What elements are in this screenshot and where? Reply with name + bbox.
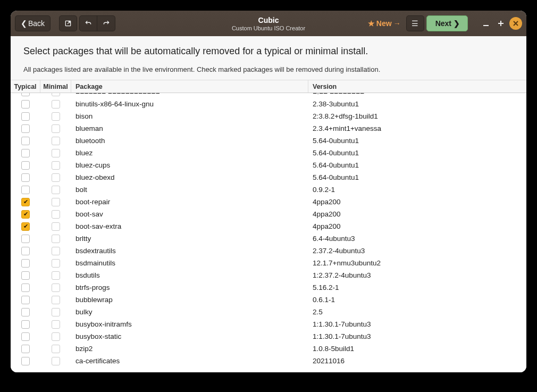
typical-checkbox[interactable] <box>21 210 30 219</box>
typical-checkbox[interactable] <box>21 247 30 255</box>
package-name: ca-certificates <box>71 357 308 365</box>
package-version: 0.9.2-1 <box>308 186 526 194</box>
column-header-typical[interactable]: Typical <box>11 80 40 93</box>
undo-button[interactable] <box>79 15 97 31</box>
minimal-checkbox[interactable] <box>52 283 60 292</box>
package-version: 5.16.2-1 <box>308 283 526 291</box>
typical-checkbox[interactable] <box>21 332 30 341</box>
new-indicator: ★ New → <box>368 19 401 28</box>
package-name: bluetooth <box>71 137 308 145</box>
table-body[interactable]: ■■■■■■■ ■■■■■■■■■■■■ ■.■■ ■■■■■■■■ binut… <box>11 93 526 372</box>
minimal-checkbox[interactable] <box>52 296 60 304</box>
minimal-checkbox[interactable] <box>52 345 60 353</box>
package-name: btrfs-progs <box>71 283 308 291</box>
typical-checkbox[interactable] <box>21 137 30 145</box>
package-version: 4ppa200 <box>308 198 526 206</box>
table-row: bzip21.0.8-5build1 <box>11 343 526 355</box>
next-label: Next <box>435 19 451 28</box>
minimize-button[interactable] <box>480 17 492 30</box>
table-row: bolt0.9.2-1 <box>11 184 526 196</box>
table-row: bison2:3.8.2+dfsg-1build1 <box>11 110 526 122</box>
minimal-checkbox[interactable] <box>52 235 60 243</box>
table-row: bluez5.64-0ubuntu1 <box>11 147 526 159</box>
maximize-button[interactable] <box>494 17 507 30</box>
chevron-right-icon: ❯ <box>454 19 460 28</box>
minimal-checkbox[interactable] <box>52 149 60 157</box>
typical-checkbox[interactable] <box>21 357 30 365</box>
typical-checkbox[interactable] <box>21 93 30 96</box>
minimal-checkbox[interactable] <box>52 271 60 280</box>
minimal-checkbox[interactable] <box>52 112 60 121</box>
minimal-checkbox[interactable] <box>52 186 60 194</box>
star-icon: ★ <box>368 19 375 28</box>
typical-checkbox[interactable] <box>21 112 30 121</box>
table-row: busybox-initramfs1:1.30.1-7ubuntu3 <box>11 318 526 330</box>
minimal-checkbox[interactable] <box>52 247 60 255</box>
new-label: New <box>376 19 392 28</box>
typical-checkbox[interactable] <box>21 149 30 157</box>
typical-checkbox[interactable] <box>21 345 30 353</box>
package-name: brltty <box>71 235 308 243</box>
typical-checkbox[interactable] <box>21 308 30 316</box>
menu-button[interactable]: ☰ <box>406 15 424 31</box>
table-header: Typical Minimal Package Version <box>11 80 526 93</box>
arrow-right-icon: → <box>393 19 401 28</box>
typical-checkbox[interactable] <box>21 100 30 109</box>
column-header-version[interactable]: Version <box>308 80 526 93</box>
page-title: Select packages that will be automatical… <box>23 46 514 57</box>
minimal-checkbox[interactable] <box>52 308 60 316</box>
minimal-checkbox[interactable] <box>52 100 60 109</box>
typical-checkbox[interactable] <box>21 296 30 304</box>
typical-checkbox[interactable] <box>21 271 30 280</box>
minimal-checkbox[interactable] <box>52 93 60 96</box>
package-name: bolt <box>71 186 308 194</box>
table-row: boot-sav4ppa200 <box>11 208 526 220</box>
minimal-checkbox[interactable] <box>52 161 60 170</box>
typical-checkbox[interactable] <box>21 283 30 292</box>
typical-checkbox[interactable] <box>21 259 30 268</box>
package-version: 1:1.30.1-7ubuntu3 <box>308 332 526 340</box>
package-version: 4ppa200 <box>308 210 526 218</box>
minimal-checkbox[interactable] <box>52 259 60 268</box>
minimal-checkbox[interactable] <box>52 357 60 365</box>
typical-checkbox[interactable] <box>21 186 30 194</box>
typical-checkbox[interactable] <box>21 124 30 133</box>
open-in-new-button[interactable] <box>59 15 77 31</box>
svg-rect-3 <box>498 23 504 24</box>
hamburger-icon: ☰ <box>412 19 418 28</box>
package-version: 1.0.8-5build1 <box>308 345 526 353</box>
page-header: Select packages that will be automatical… <box>11 36 526 80</box>
next-button[interactable]: Next ❯ <box>426 15 468 31</box>
back-button[interactable]: ❮ Back <box>15 15 51 31</box>
typical-checkbox[interactable] <box>21 320 30 329</box>
minimal-checkbox[interactable] <box>52 222 60 231</box>
minimal-checkbox[interactable] <box>52 137 60 145</box>
minimal-checkbox[interactable] <box>52 198 60 206</box>
minimal-checkbox[interactable] <box>52 320 60 329</box>
typical-checkbox[interactable] <box>21 161 30 170</box>
minimal-checkbox[interactable] <box>52 210 60 219</box>
package-version: 5.64-0ubuntu1 <box>308 137 526 145</box>
minimal-checkbox[interactable] <box>52 124 60 133</box>
package-version: 2.38-3ubuntu1 <box>308 100 526 108</box>
redo-button[interactable] <box>97 15 115 31</box>
close-button[interactable] <box>509 17 522 30</box>
package-name: bluez-cups <box>71 161 308 169</box>
package-name: blueman <box>71 124 308 132</box>
column-header-package[interactable]: Package <box>71 80 308 93</box>
minimal-checkbox[interactable] <box>52 173 60 182</box>
table-row: brltty6.4-4ubuntu3 <box>11 232 526 245</box>
table-row: bsdextrautils2.37.2-4ubuntu3 <box>11 245 526 257</box>
typical-checkbox[interactable] <box>21 173 30 182</box>
typical-checkbox[interactable] <box>21 222 30 231</box>
column-header-minimal[interactable]: Minimal <box>40 80 71 93</box>
titlebar: ❮ Back Cubic Custom Ubuntu ISO Creator <box>11 11 526 36</box>
package-name: bsdextrautils <box>71 247 308 255</box>
package-version: 6.4-4ubuntu3 <box>308 235 526 243</box>
back-label: Back <box>28 19 45 28</box>
typical-checkbox[interactable] <box>21 198 30 206</box>
table-row: bluez-obexd5.64-0ubuntu1 <box>11 171 526 184</box>
minimal-checkbox[interactable] <box>52 332 60 341</box>
typical-checkbox[interactable] <box>21 235 30 243</box>
package-version: 1:1.30.1-7ubuntu3 <box>308 320 526 328</box>
